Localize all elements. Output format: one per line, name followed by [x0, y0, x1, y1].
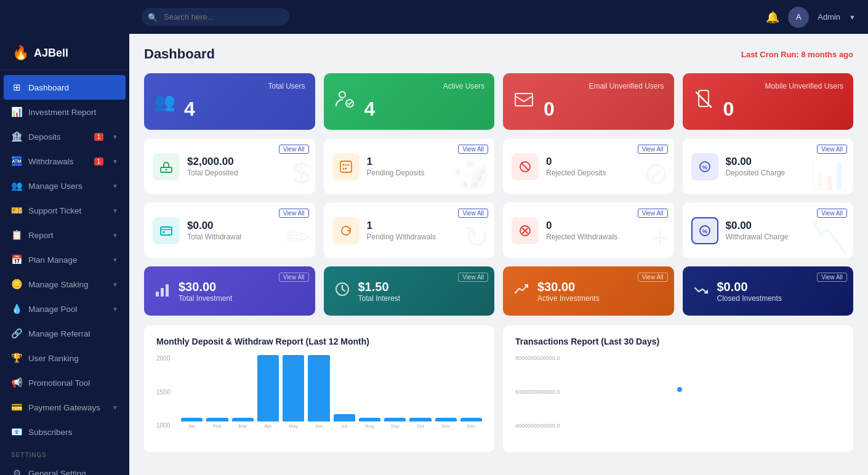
sidebar-item-manage-pool[interactable]: 💧 Manage Pool ▼ [0, 297, 129, 321]
manage-staking-icon: 🪙 [11, 279, 22, 290]
sidebar-item-subscribers[interactable]: 📧 Subscribers [0, 420, 129, 444]
deposit-withdraw-chart: Monthly Deposit & Withdraw Report (Last … [144, 325, 494, 452]
sidebar-item-withdrawals[interactable]: 🏧 Withdrawals 1 ▼ [0, 149, 129, 174]
bar-item: Nov [435, 355, 457, 429]
view-all-rejected-withdrawals-button[interactable]: View All [638, 209, 668, 218]
sidebar-item-manage-referral[interactable]: 🔗 Manage Referral [0, 321, 129, 346]
topbar: 🔍 🔔 A Admin ▼ [0, 0, 868, 34]
chevron-down-icon: ▼ [112, 158, 118, 165]
sidebar-item-investment-report[interactable]: 📊 Investment Report [0, 100, 129, 124]
view-all-deposited-charge-button[interactable]: View All [817, 145, 847, 154]
sidebar-item-promotional-tool[interactable]: 📢 Promotional Tool [0, 370, 129, 395]
deposit-bar [460, 418, 482, 421]
total-investment-label: Total Investment [179, 294, 305, 303]
tx-chart-area: 8000000000000.0 6000000000000.0 40000000… [515, 355, 841, 429]
chevron-down-icon: ▼ [112, 404, 118, 411]
payment-gateways-icon: 💳 [11, 402, 22, 413]
stat-card-email-unverified: Email Unverified Users 0 [503, 73, 674, 130]
bar-item: Jul [334, 355, 355, 429]
view-all-total-withdrawal-button[interactable]: View All [279, 209, 309, 218]
bg-arrow-icon: ↻ [464, 220, 489, 255]
sidebar-item-support-ticket[interactable]: 🎫 Support Ticket ▼ [0, 198, 129, 223]
view-all-total-investment-button[interactable]: View All [279, 273, 309, 282]
view-all-total-interest-button[interactable]: View All [458, 273, 488, 282]
manage-users-icon: 👥 [11, 180, 22, 191]
sidebar-item-payment-gateways[interactable]: 💳 Payment Gateways ▼ [0, 395, 129, 420]
svg-text:%: % [702, 228, 707, 234]
bar-month-label: Jun [315, 423, 323, 429]
bar-month-label: Mar [238, 423, 247, 429]
sidebar-item-user-ranking[interactable]: 🏆 User Ranking [0, 346, 129, 370]
transactions-chart: Transactions Report (Last 30 Days) 80000… [503, 325, 853, 452]
view-all-withdrawal-charge-button[interactable]: View All [817, 209, 847, 218]
sidebar-item-label: Dashboard [28, 83, 118, 92]
view-all-rejected-deposits-button[interactable]: View All [638, 145, 668, 154]
pending-withdrawals-icon-box [332, 217, 360, 244]
sidebar-item-manage-users[interactable]: 👥 Manage Users ▼ [0, 174, 129, 198]
bar-month-label: Nov [441, 423, 450, 429]
bar-month-label: Feb [213, 423, 222, 429]
deposits-icon: 🏦 [11, 131, 22, 142]
total-interest-icon [334, 281, 351, 301]
active-users-label: Active Users [443, 82, 484, 90]
widget-pending-withdrawals: View All 1 Pending Withdrawals ↻ [324, 202, 495, 258]
notification-bell-icon[interactable]: 🔔 [766, 10, 779, 24]
bar-item: Dec [460, 355, 482, 429]
bar-month-label: Apr [264, 423, 271, 429]
chart-yaxis: 2000 1500 1000 [156, 355, 179, 429]
subscribers-icon: 📧 [11, 426, 22, 437]
sidebar-item-label: Withdrawals [28, 157, 88, 166]
sidebar-item-manage-staking[interactable]: 🪙 Manage Staking ▼ [0, 272, 129, 297]
svg-point-12 [345, 168, 347, 170]
deposit-bar [181, 418, 203, 421]
plan-manage-icon: 📅 [11, 254, 22, 265]
sidebar-item-label: Investment Report [28, 108, 118, 117]
bg-chart-icon: 📊 [810, 156, 848, 191]
user-ranking-icon: 🏆 [11, 353, 22, 364]
view-all-pending-withdrawals-button[interactable]: View All [458, 209, 488, 218]
widget-total-withdrawal: View All $0.00 Total Withdrawal ✏ [144, 202, 315, 258]
sidebar-item-general-setting[interactable]: ⚙ General Setting [0, 461, 129, 475]
active-users-icon [334, 89, 356, 115]
view-all-pending-deposits-button[interactable]: View All [458, 145, 488, 154]
sidebar-item-deposits[interactable]: 🏦 Deposits 1 ▼ [0, 124, 129, 149]
bar-month-label: Jul [341, 423, 347, 429]
gear-icon: ⚙ [11, 468, 22, 475]
rejected-withdrawals-icon-box [512, 217, 539, 244]
view-all-total-deposited-button[interactable]: View All [279, 145, 309, 154]
sidebar-nav: ⊞ Dashboard 📊 Investment Report 🏦 Deposi… [0, 70, 129, 475]
email-unverified-icon [513, 89, 535, 115]
search-input[interactable] [142, 8, 289, 26]
bar-item: Mar [232, 355, 254, 429]
deposit-bar [359, 418, 380, 421]
svg-point-0 [339, 92, 345, 98]
withdrawals-icon: 🏧 [11, 156, 22, 167]
view-all-active-investments-button[interactable]: View All [638, 273, 668, 282]
bar-month-label: Dec [467, 423, 475, 429]
view-all-closed-investments-button[interactable]: View All [817, 273, 847, 282]
sidebar-item-dashboard[interactable]: ⊞ Dashboard [4, 75, 126, 100]
deposit-bar [334, 414, 355, 421]
total-deposited-value: $2,000.00 [187, 156, 307, 168]
total-interest-label: Total Interest [358, 294, 485, 303]
svg-point-6 [166, 169, 167, 171]
logo-text: AJBell [34, 47, 68, 60]
bar-month-label: Sep [391, 423, 400, 429]
sidebar-item-report[interactable]: 📋 Report ▼ [0, 223, 129, 247]
rejected-deposits-icon-box [512, 153, 539, 180]
deposits-badge: 1 [94, 133, 104, 141]
sidebar-item-label: Deposits [28, 132, 88, 142]
user-menu-chevron-icon[interactable]: ▼ [849, 14, 856, 21]
sidebar-item-plan-manage[interactable]: 📅 Plan Manage ▼ [0, 247, 129, 272]
sidebar-item-label: User Ranking [28, 354, 118, 363]
active-investments-label: Active Investments [537, 294, 664, 303]
invest-card-total-investment: $30.00 Total Investment View All [144, 266, 315, 316]
chevron-down-icon: ▼ [112, 306, 118, 313]
svg-point-9 [345, 164, 347, 166]
svg-rect-26 [161, 288, 164, 297]
deposit-bar [435, 418, 457, 421]
avatar[interactable]: A [788, 7, 809, 28]
svg-point-11 [342, 168, 344, 170]
deposited-charge-icon-box: % [691, 153, 718, 180]
closed-investments-label: Closed Investments [717, 294, 844, 303]
